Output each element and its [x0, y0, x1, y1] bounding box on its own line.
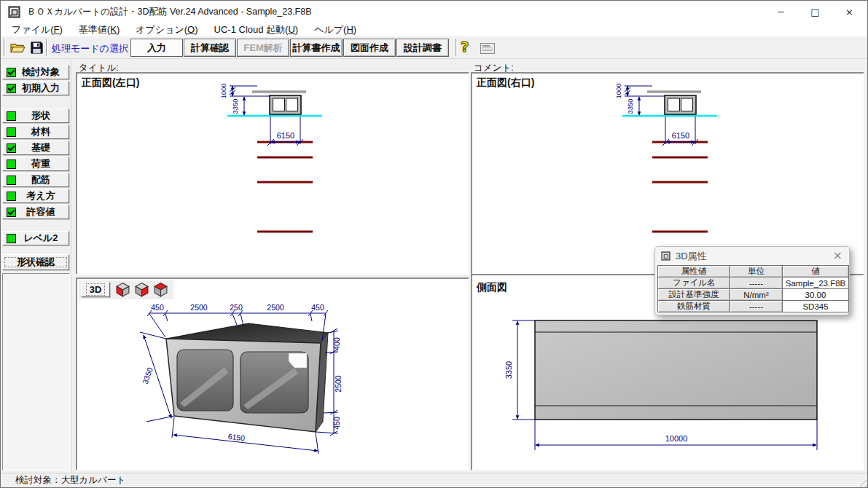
menu-uc1cloud[interactable]: UC-1 Cloud 起動(U): [206, 23, 307, 36]
status-text: 検討対象：大型カルバート: [15, 474, 125, 487]
mode-button-calc-check[interactable]: 計算確認: [184, 39, 236, 57]
save-button[interactable]: [28, 40, 45, 55]
window-title: ＢＯＸカルバートの設計・3D配筋 Ver.24 Advanced - Sampl…: [27, 6, 312, 18]
table-row: 設計基準強度 N/mm² 30.00: [658, 289, 849, 301]
sidebar-item-shoki-nyuryoku[interactable]: 初期入力: [2, 81, 69, 95]
help-icon[interactable]: ?: [461, 38, 469, 55]
popup-titlebar[interactable]: 3D属性 ×: [655, 247, 849, 265]
cube-view-left-button[interactable]: [115, 282, 131, 298]
dim-400-right: 400: [332, 337, 341, 350]
sidebar-item-haikin[interactable]: 配筋: [2, 173, 69, 187]
row-value: SD345: [783, 301, 849, 312]
culvert-cell-left: [668, 98, 680, 111]
sidebar-item-keijou[interactable]: 形状: [2, 109, 69, 123]
mode-button-design-record[interactable]: 設計調書: [396, 39, 449, 57]
close-button[interactable]: ×: [832, 1, 867, 23]
mode-button-input[interactable]: 入力: [130, 39, 183, 57]
sidebar-item-label: レベル2: [16, 232, 69, 245]
menu-text: ): [60, 24, 63, 35]
sidebar-item-label: 検討対象: [16, 66, 69, 79]
status-checkbox: [7, 208, 16, 217]
dim-width: 6150: [277, 131, 294, 140]
sidebar-item-level2[interactable]: レベル2: [2, 231, 69, 245]
mode-button-drawing[interactable]: 図面作成: [343, 39, 396, 57]
sidebar-item-kiso[interactable]: 基礎: [2, 141, 69, 155]
status-checkbox: [7, 234, 16, 243]
shape-confirm-button[interactable]: 形状確認: [2, 254, 69, 270]
toolbar-separator: [455, 39, 458, 56]
dim-450-left: 450: [151, 303, 164, 312]
row-unit: -----: [730, 278, 783, 289]
form-window-icon[interactable]: [480, 43, 495, 54]
culvert-cell-right: [286, 98, 298, 111]
dim-250-middle: 250: [230, 303, 243, 312]
sidebar: 検討対象 初期入力 形状 材料 基礎 荷重 配筋 考え方 許容値 レベル2 形状…: [1, 59, 71, 473]
sidebar-item-kentou-taishou[interactable]: 検討対象: [2, 65, 69, 79]
menu-key: K: [110, 24, 117, 35]
cube-top-red-icon: [153, 282, 168, 297]
front-view-right-panel: 正面図(右口) 1000: [471, 72, 864, 275]
resize-grip[interactable]: [856, 476, 867, 487]
view-3d-button-label: 3D: [87, 285, 104, 294]
panel-title: 正面図(右口): [477, 76, 534, 90]
toolbar: 処理モードの選択 入力 計算確認 FEM解析 計算書作成 図面作成 設計調書 ?: [1, 36, 867, 59]
sidebar-item-kyoyouchi[interactable]: 許容値: [2, 205, 69, 219]
attributes-table: 属性値 単位 値 ファイル名 ----- Sample_23.F8B 設計基準強…: [657, 265, 849, 312]
minimize-button[interactable]: ─: [764, 1, 798, 23]
popup-title: 3D属性: [676, 250, 707, 263]
dim-top: 1000: [614, 83, 622, 98]
sidebar-item-zairyou[interactable]: 材料: [2, 125, 69, 139]
table-row: 鉄筋材質 ----- SD345: [658, 301, 849, 312]
sidebar-item-kajuu[interactable]: 荷重: [2, 157, 69, 171]
header-unit: 単位: [730, 266, 783, 278]
toolbar-separator: [46, 39, 48, 56]
menu-key: F: [54, 24, 60, 35]
mode-button-report[interactable]: 計算書作成: [290, 39, 343, 57]
front-view-drawing: 1000 3350 6150: [472, 74, 863, 273]
menu-text: ): [195, 24, 198, 35]
sidebar-item-label: 考え方: [16, 189, 69, 202]
panel-title: 側面図: [477, 281, 507, 294]
dim-450-right: 450: [311, 303, 324, 312]
panel-title: 正面図(左口): [82, 76, 139, 90]
menu-options[interactable]: オプション(O): [128, 23, 206, 36]
dim-top: 1000: [219, 83, 227, 98]
view-3d-button[interactable]: 3D: [81, 282, 110, 297]
cube-view-right-button[interactable]: [134, 282, 150, 298]
open-folder-icon: [9, 42, 26, 55]
row-unit: -----: [730, 301, 783, 312]
table-header-row: 属性値 単位 値: [658, 266, 849, 278]
cube-view-top-button[interactable]: [153, 282, 169, 298]
dim-width: 6150: [672, 131, 689, 140]
dim-height: 3350: [626, 98, 634, 114]
dim-width: 10000: [665, 434, 688, 443]
save-floppy-icon: [30, 41, 44, 55]
statusbar: 検討対象：大型カルバート: [1, 473, 867, 487]
dim-6150-bottom: 6150: [227, 432, 246, 443]
sidebar-empty-panel: [2, 273, 70, 471]
menu-text: ファイル(: [12, 24, 54, 35]
sidebar-item-label: 許容値: [16, 205, 69, 219]
status-checkbox: [7, 160, 16, 169]
table-row: ファイル名 ----- Sample_23.F8B: [658, 278, 849, 289]
maximize-button[interactable]: □: [798, 1, 832, 23]
header-attribute: 属性値: [658, 266, 730, 278]
sidebar-item-label: 初期入力: [16, 82, 69, 95]
menu-help[interactable]: ヘルプ(H): [306, 23, 364, 36]
front-view-left-panel: 正面図(左口) 1000: [76, 72, 469, 275]
cube-left-red-icon: [115, 282, 130, 297]
status-checkbox: [7, 111, 16, 121]
culvert-side-body: [535, 320, 817, 420]
menu-standards[interactable]: 基準値(K): [71, 23, 128, 36]
popup-3d-attributes: 3D属性 × 属性値 単位 値 ファイル名 ----- Sample_23.F8…: [654, 246, 850, 315]
menu-file[interactable]: ファイル(F): [4, 23, 71, 36]
front-view-drawing: 1000 3350 6150: [77, 74, 468, 273]
open-file-button[interactable]: [9, 40, 26, 55]
popup-close-icon[interactable]: ×: [833, 248, 842, 262]
sidebar-item-kangaekata[interactable]: 考え方: [2, 189, 69, 203]
app-window: ＢＯＸカルバートの設計・3D配筋 Ver.24 Advanced - Sampl…: [0, 0, 868, 488]
cube-right-red-icon: [134, 282, 149, 297]
menu-text: オプション(: [136, 24, 187, 35]
dim-3350-left: 3350: [141, 366, 155, 385]
mode-select-label: 処理モードの選択: [52, 42, 128, 55]
